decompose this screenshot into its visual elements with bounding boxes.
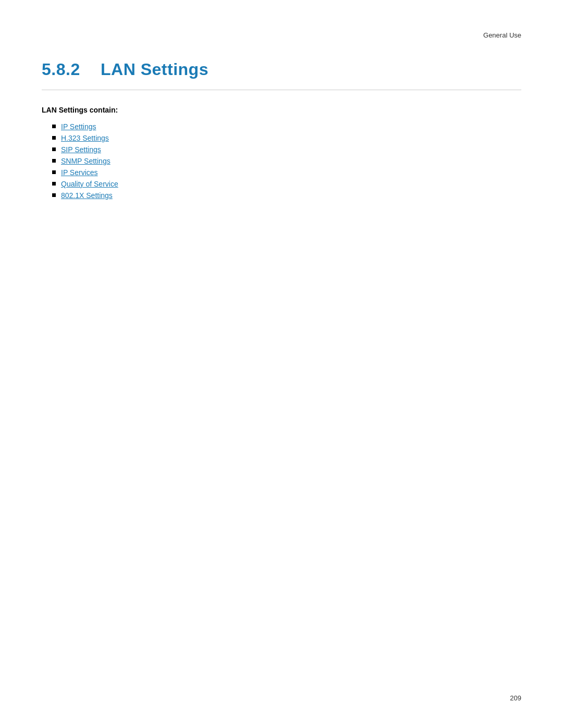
general-use-label: General Use [483, 31, 521, 39]
settings-list: IP Settings H.323 Settings SIP Settings … [42, 122, 521, 200]
ip-services-link[interactable]: IP Services [61, 168, 98, 177]
sip-settings-link[interactable]: SIP Settings [61, 145, 101, 154]
section-divider [42, 90, 521, 90]
list-item: SIP Settings [52, 145, 521, 154]
list-item: Quality of Service [52, 180, 521, 188]
h323-settings-link[interactable]: H.323 Settings [61, 134, 109, 142]
list-item: SNMP Settings [52, 157, 521, 165]
page-number: 209 [510, 694, 521, 702]
list-item: H.323 Settings [52, 134, 521, 142]
quality-of-service-link[interactable]: Quality of Service [61, 180, 118, 188]
bullet-icon [52, 136, 56, 140]
header-bar: General Use [42, 31, 521, 39]
snmp-settings-link[interactable]: SNMP Settings [61, 157, 111, 165]
contains-label: LAN Settings contain: [42, 106, 521, 114]
section-title-text: LAN Settings [101, 60, 209, 79]
8021x-settings-link[interactable]: 802.1X Settings [61, 191, 113, 200]
ip-settings-link[interactable]: IP Settings [61, 122, 96, 131]
bullet-icon [52, 147, 56, 151]
bullet-icon [52, 193, 56, 197]
list-item: IP Settings [52, 122, 521, 131]
section-title: 5.8.2 LAN Settings [42, 60, 521, 79]
list-item: IP Services [52, 168, 521, 177]
bullet-icon [52, 170, 56, 174]
bullet-icon [52, 159, 56, 163]
section-number: 5.8.2 [42, 60, 80, 79]
list-item: 802.1X Settings [52, 191, 521, 200]
bullet-icon [52, 125, 56, 128]
page-container: General Use 5.8.2 LAN Settings LAN Setti… [0, 0, 563, 728]
bullet-icon [52, 182, 56, 186]
